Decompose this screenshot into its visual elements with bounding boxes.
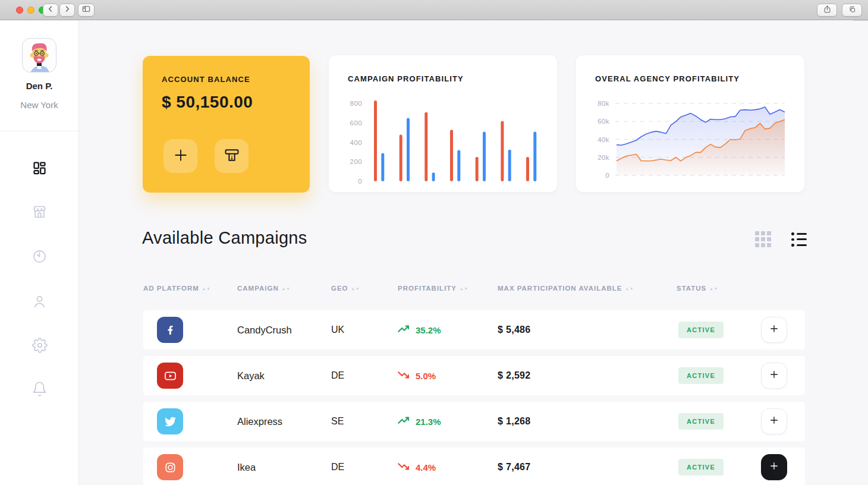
campaigns-table: CandyCrush UK 35.2% $ 5,486 ACTIVE Kayak [143,310,805,485]
max-participation-value: $ 5,486 [498,310,530,349]
sidebar-item-store[interactable] [0,201,79,225]
chevron-right-icon [63,5,71,15]
app-window: + [0,0,868,485]
balance-amount: $ 50,150.00 [162,93,253,112]
svg-text:0: 0 [358,178,362,185]
tabs-icon [848,5,857,16]
agency-profitability-card: 80k60k40k20k0 OVERAL AGENCY PROFITABILIT… [576,55,804,192]
campaign-name: Kayak [237,356,265,395]
add-campaign-button[interactable] [761,317,787,343]
table-row: CandyCrush UK 35.2% $ 5,486 ACTIVE [143,310,805,349]
cash-terminal-icon [224,147,240,166]
campaign-name: Aliexpress [237,402,282,441]
add-campaign-button[interactable] [761,454,787,480]
sidebar-icon [81,4,91,16]
geo-value: DE [331,356,344,395]
max-participation-value: $ 7,467 [498,448,530,485]
max-participation-value: $ 1,268 [498,402,530,441]
status-badge: ACTIVE [678,459,724,475]
sort-icon: ▲▼ [709,287,718,290]
max-participation-value: $ 2,592 [498,356,530,395]
sort-icon: ▲▼ [282,287,291,290]
add-campaign-button[interactable] [761,408,787,434]
status-badge: ACTIVE [678,413,724,430]
top-up-button[interactable] [163,139,197,173]
table-row: Aliexpress SE 21.3% $ 1,268 ACTIVE [143,402,805,441]
main-content: ACCOUNT BALANCE $ 50,150.00 800600400200… [80,21,868,485]
line-chart-title: OVERAL AGENCY PROFITABILITY [595,74,740,83]
svg-text:600: 600 [350,119,362,127]
clock-icon [32,248,48,267]
campaign-name: CandyCrush [237,310,292,349]
plus-icon [769,323,779,336]
column-header-geo[interactable]: GEO▲▼ [331,285,360,292]
sidebar-item-notifications[interactable] [0,378,79,402]
sidebar-item-dashboard[interactable] [0,157,79,181]
sidebar: Den P. New York [0,21,79,485]
user-avatar[interactable] [22,38,56,73]
campaign-profitability-card: 8006004002000 CAMPAIGN PROFITABILITY [329,55,557,192]
share-icon [823,5,832,16]
list-view-button[interactable] [791,232,807,250]
profitability-value: 4.4% [398,448,436,485]
twitter-icon [157,408,183,434]
tabs-overview-button[interactable] [842,4,862,17]
chevron-left-icon [46,5,55,15]
plus-icon [769,415,779,428]
facebook-icon [157,317,183,343]
toggle-sidebar-button[interactable] [78,4,95,17]
window-titlebar [0,0,868,20]
svg-text:40k: 40k [597,136,609,143]
add-campaign-button[interactable] [761,363,787,389]
youtube-icon [157,363,183,389]
plus-icon [769,369,779,382]
column-header-campaign[interactable]: CAMPAIGN▲▼ [237,285,291,292]
share-button[interactable] [817,4,837,17]
bell-icon [32,381,48,399]
bar-chart-title: CAMPAIGN PROFITABILITY [348,74,464,83]
gear-icon [32,338,48,355]
sidebar-item-profile[interactable] [0,291,79,314]
sidebar-item-history[interactable] [0,245,79,269]
svg-text:80k: 80k [597,100,609,107]
store-icon [32,204,48,222]
svg-text:400: 400 [350,139,362,146]
forward-button[interactable] [59,4,75,17]
grid-view-button[interactable] [755,231,772,248]
svg-text:800: 800 [350,100,362,107]
withdraw-button[interactable] [215,139,249,173]
column-header-ad-platform[interactable]: AD PLATFORM▲▼ [143,285,211,292]
plus-icon [173,147,188,165]
person-icon [32,294,48,312]
table-row: Kayak DE 5.0% $ 2,592 ACTIVE [143,356,805,395]
campaign-name: Ikea [237,448,256,485]
svg-text:20k: 20k [597,154,609,161]
sort-icon: ▲▼ [625,287,634,290]
profitability-value: 5.0% [398,356,436,395]
instagram-icon [157,454,183,480]
column-header-status[interactable]: STATUS▲▼ [677,285,718,292]
profitability-value: 21.3% [398,402,441,441]
user-profile: Den P. New York [0,21,78,131]
close-window-button[interactable] [16,7,23,14]
plus-icon [769,461,779,474]
status-badge: ACTIVE [678,367,724,384]
svg-text:200: 200 [350,158,362,165]
user-location: New York [0,100,78,110]
minimize-window-button[interactable] [27,7,34,14]
geo-value: SE [331,402,344,441]
dashboard-icon [32,160,48,178]
svg-text:0: 0 [605,172,609,179]
profitability-value: 35.2% [398,310,441,349]
sort-icon: ▲▼ [202,287,211,290]
trend-down-icon [398,370,416,381]
sidebar-item-settings[interactable] [0,335,79,358]
column-header-max-participation[interactable]: MAX PARTICIPATION AVAILABLE▲▼ [498,285,634,292]
column-header-profitability[interactable]: PROFITABILITY▲▼ [398,285,468,292]
back-button[interactable] [43,4,58,17]
user-name: Den P. [0,81,78,91]
table-header: AD PLATFORM▲▼ CAMPAIGN▲▼ GEO▲▼ PROFITABI… [80,285,868,297]
balance-card-title: ACCOUNT BALANCE [162,75,250,84]
sort-icon: ▲▼ [460,287,468,290]
sort-icon: ▲▼ [351,287,360,290]
